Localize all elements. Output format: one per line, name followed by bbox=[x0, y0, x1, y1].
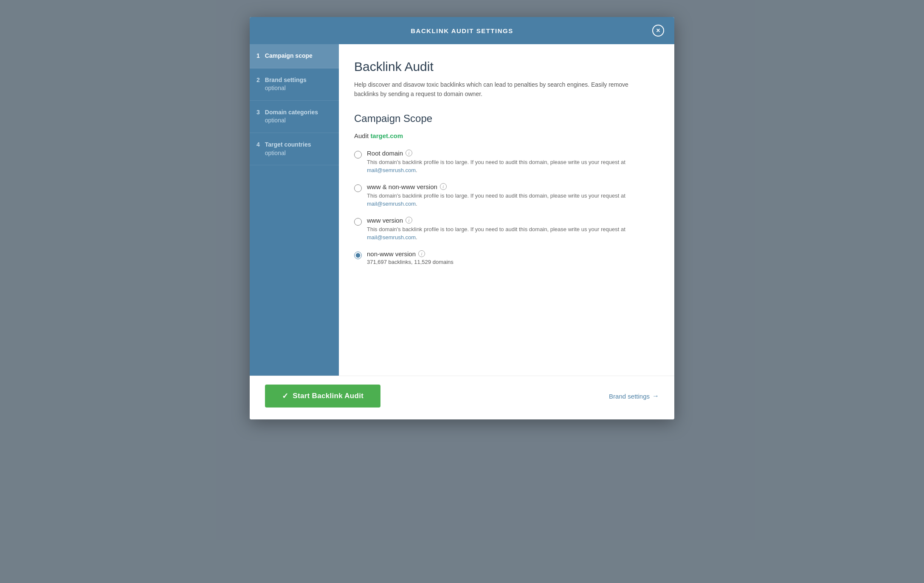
radio-description-www-version: This domain's backlink profile is too la… bbox=[367, 225, 654, 242]
radio-input-www-version[interactable] bbox=[354, 218, 362, 226]
email-link-root-domain[interactable]: mail@semrush.com bbox=[367, 167, 416, 173]
radio-group: Root domain i This domain's backlink pro… bbox=[354, 150, 654, 265]
radio-item-root-domain: Root domain i This domain's backlink pro… bbox=[354, 150, 654, 175]
sidebar-item-domain-categories[interactable]: 3 Domain categories optional bbox=[250, 101, 339, 133]
modal-title: BACKLINK AUDIT SETTINGS bbox=[272, 27, 652, 34]
brand-settings-link[interactable]: Brand settings → bbox=[609, 392, 659, 400]
sidebar-item-brand-settings[interactable]: 2 Brand settings optional bbox=[250, 68, 339, 101]
check-icon: ✓ bbox=[282, 391, 288, 401]
email-link-www-non-www[interactable]: mail@semrush.com bbox=[367, 201, 416, 207]
radio-label-www-non-www[interactable]: www & non-www version i bbox=[367, 183, 654, 190]
radio-stats-non-www-version: 371,697 backlinks, 11,529 domains bbox=[367, 259, 454, 265]
modal-footer: ✓ Start Backlink Audit Brand settings → bbox=[250, 376, 674, 419]
info-icon-non-www-version[interactable]: i bbox=[418, 250, 425, 257]
email-link-www-version[interactable]: mail@semrush.com bbox=[367, 234, 416, 241]
brand-settings-arrow-icon: → bbox=[652, 392, 659, 400]
modal-header: BACKLINK AUDIT SETTINGS × bbox=[250, 17, 674, 44]
audit-label: Audit bbox=[354, 132, 369, 139]
start-audit-label: Start Backlink Audit bbox=[293, 392, 363, 400]
audit-line: Audit target.com bbox=[354, 132, 654, 139]
page-title: Backlink Audit bbox=[354, 59, 654, 74]
radio-item-non-www-version: non-www version i 371,697 backlinks, 11,… bbox=[354, 250, 654, 265]
modal-container: BACKLINK AUDIT SETTINGS × 1 Campaign sco… bbox=[250, 17, 674, 419]
start-backlink-audit-button[interactable]: ✓ Start Backlink Audit bbox=[265, 385, 380, 408]
radio-item-www-version: www version i This domain's backlink pro… bbox=[354, 217, 654, 242]
radio-label-group-www-version: www version i This domain's backlink pro… bbox=[367, 217, 654, 242]
radio-input-non-www-version[interactable] bbox=[354, 252, 362, 259]
info-icon-root-domain[interactable]: i bbox=[406, 150, 412, 156]
radio-label-group-root-domain: Root domain i This domain's backlink pro… bbox=[367, 150, 654, 175]
sidebar-item-label-3: Domain categories optional bbox=[265, 108, 318, 125]
modal-main-content: Backlink Audit Help discover and disavow… bbox=[339, 44, 674, 376]
radio-label-root-domain[interactable]: Root domain i bbox=[367, 150, 654, 157]
sidebar-item-number-3: 3 bbox=[256, 109, 260, 116]
sidebar-item-number-4: 4 bbox=[256, 141, 260, 148]
sidebar-item-label-1: Campaign scope bbox=[265, 52, 313, 60]
radio-label-www-version[interactable]: www version i bbox=[367, 217, 654, 224]
radio-label-non-www-version[interactable]: non-www version i bbox=[367, 250, 454, 258]
radio-item-www-non-www: www & non-www version i This domain's ba… bbox=[354, 183, 654, 208]
sidebar-item-number-2: 2 bbox=[256, 76, 260, 83]
brand-settings-link-label: Brand settings bbox=[609, 393, 650, 400]
modal-overlay: BACKLINK AUDIT SETTINGS × 1 Campaign sco… bbox=[0, 0, 924, 583]
radio-input-root-domain[interactable] bbox=[354, 151, 362, 158]
campaign-scope-title: Campaign Scope bbox=[354, 113, 654, 125]
sidebar-item-label-4: Target countries optional bbox=[265, 141, 311, 157]
radio-input-www-non-www[interactable] bbox=[354, 184, 362, 192]
sidebar-item-number-1: 1 bbox=[256, 52, 260, 59]
radio-label-group-non-www-version: non-www version i 371,697 backlinks, 11,… bbox=[367, 250, 454, 265]
modal-body: 1 Campaign scope 2 Brand settings option… bbox=[250, 44, 674, 376]
radio-description-www-non-www: This domain's backlink profile is too la… bbox=[367, 192, 654, 208]
audit-domain[interactable]: target.com bbox=[370, 132, 403, 139]
radio-description-root-domain: This domain's backlink profile is too la… bbox=[367, 158, 654, 175]
modal-sidebar: 1 Campaign scope 2 Brand settings option… bbox=[250, 44, 339, 376]
sidebar-item-campaign-scope[interactable]: 1 Campaign scope bbox=[250, 44, 339, 68]
radio-label-group-www-non-www: www & non-www version i This domain's ba… bbox=[367, 183, 654, 208]
modal-close-button[interactable]: × bbox=[652, 25, 664, 37]
page-description: Help discover and disavow toxic backlink… bbox=[354, 80, 654, 99]
info-icon-www-version[interactable]: i bbox=[406, 217, 412, 224]
info-icon-www-non-www[interactable]: i bbox=[440, 183, 447, 190]
sidebar-item-label-2: Brand settings optional bbox=[265, 76, 307, 93]
sidebar-item-target-countries[interactable]: 4 Target countries optional bbox=[250, 133, 339, 165]
